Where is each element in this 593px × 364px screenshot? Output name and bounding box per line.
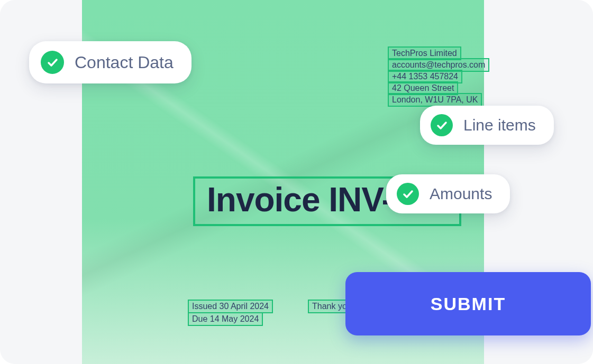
submit-label: SUBMIT bbox=[431, 294, 506, 314]
check-icon bbox=[397, 183, 419, 205]
pill-amounts: Amounts bbox=[386, 174, 510, 213]
check-icon bbox=[41, 51, 64, 74]
check-icon bbox=[431, 114, 453, 136]
due-date-highlight: Due 14 May 2024 bbox=[188, 312, 263, 326]
pill-line-items: Line items bbox=[420, 106, 554, 145]
contact-city-highlight: London, W1U 7PA, UK bbox=[388, 93, 482, 107]
app-canvas: TechPros Limited accounts@techpros.com +… bbox=[0, 0, 593, 364]
pill-label: Contact Data bbox=[75, 53, 174, 72]
pill-label: Line items bbox=[463, 116, 536, 134]
submit-button[interactable]: SUBMIT bbox=[345, 272, 591, 335]
pill-label: Amounts bbox=[430, 185, 492, 203]
issued-date-highlight: Issued 30 April 2024 bbox=[188, 300, 273, 313]
pill-contact-data: Contact Data bbox=[29, 41, 191, 83]
